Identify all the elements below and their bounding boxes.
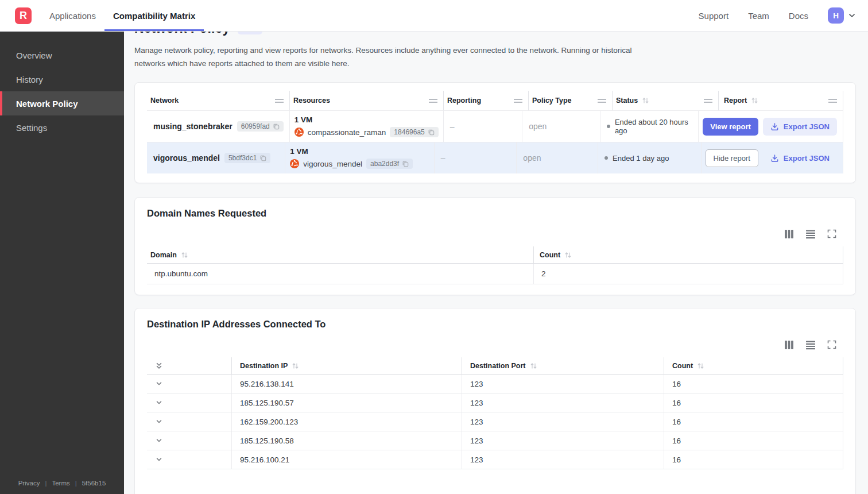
column-header-status[interactable]: Status	[613, 91, 719, 110]
network-row[interactable]: musing_stonebraker 60959fad 1 VM compass…	[147, 110, 843, 142]
vm-count: 1 VM	[294, 115, 313, 124]
destination-row[interactable]: 162.159.200.123 123 16	[147, 412, 843, 431]
row-expander[interactable]	[147, 412, 232, 431]
network-id-pill[interactable]: 60959fad	[237, 121, 284, 132]
view-report-button[interactable]: View report	[703, 118, 758, 136]
column-resize-handle-icon[interactable]	[598, 99, 606, 103]
sort-icon[interactable]	[530, 362, 537, 369]
link-docs[interactable]: Docs	[789, 11, 808, 21]
column-header-policy-type[interactable]: Policy Type	[529, 91, 613, 110]
resource-id-pill[interactable]: 184696a5	[390, 127, 438, 137]
sort-icon[interactable]	[642, 97, 649, 104]
export-label: Export JSON	[784, 154, 830, 163]
topbar: R Applications Compatibility Matrix Supp…	[0, 0, 868, 32]
page-description: Manage network policy, reporting and vie…	[134, 44, 640, 70]
networks-table-card: Network Resources Reporting Policy Type …	[134, 82, 856, 183]
destination-row[interactable]: 95.216.100.21 123 16	[147, 450, 843, 469]
link-support[interactable]: Support	[699, 11, 729, 21]
destination-row[interactable]: 95.216.138.141 123 16	[147, 375, 843, 393]
column-header-destination-ip[interactable]: Destination IP	[232, 357, 462, 374]
report-cell: Hide report Export JSON	[702, 142, 844, 173]
row-expander[interactable]	[147, 431, 232, 450]
expand-all-icon	[155, 362, 163, 370]
policy-type-cell: open	[517, 142, 598, 173]
app-logo[interactable]: R	[15, 7, 32, 24]
privacy-link[interactable]: Privacy	[18, 480, 40, 487]
terms-link[interactable]: Terms	[52, 480, 69, 487]
status-text: Ended 1 day ago	[613, 154, 669, 163]
row-expander[interactable]	[147, 450, 232, 469]
domain-names-card: Domain Names Requested Domain	[134, 197, 856, 295]
expand-all-header[interactable]	[147, 357, 232, 374]
tab-applications[interactable]: Applications	[41, 0, 104, 31]
column-resize-handle-icon[interactable]	[275, 99, 284, 103]
sidebar-item-settings[interactable]: Settings	[0, 115, 124, 140]
columns-view-icon[interactable]	[784, 340, 794, 350]
count-cell: 16	[664, 431, 843, 450]
column-header-reporting[interactable]: Reporting	[444, 91, 529, 110]
fullscreen-icon[interactable]	[827, 229, 836, 238]
column-resize-handle-icon[interactable]	[514, 99, 522, 103]
row-expander[interactable]	[147, 375, 232, 393]
export-json-button[interactable]: Export JSON	[763, 118, 837, 136]
destination-ips-card: Destination IP Addresses Connected To De…	[134, 308, 856, 494]
sort-icon[interactable]	[564, 252, 572, 258]
sidebar-footer: Privacy | Terms | 5f56b15	[0, 480, 124, 494]
column-label: Count	[540, 251, 560, 259]
policy-type-cell: open	[522, 111, 600, 142]
network-id-pill[interactable]: 5bdf3dc1	[224, 153, 270, 163]
column-header-count[interactable]: Count	[664, 357, 843, 374]
status-cell: Ended about 20 hours ago	[600, 111, 699, 142]
columns-view-icon[interactable]	[784, 229, 794, 239]
destination-row[interactable]: 185.125.190.58 123 16	[147, 431, 843, 450]
column-header-domain[interactable]: Domain	[147, 246, 534, 263]
resource-id: aba2dd3f	[370, 160, 399, 168]
column-header-count[interactable]: Count	[534, 246, 843, 263]
sort-icon[interactable]	[697, 362, 704, 369]
column-label: Status	[616, 97, 638, 105]
network-row[interactable]: vigorous_mendel 5bdf3dc1 1 VM vigorous_m…	[147, 142, 843, 173]
destination-ip-cell: 185.125.190.57	[232, 393, 462, 412]
column-header-destination-port[interactable]: Destination Port	[462, 357, 664, 374]
column-resize-handle-icon[interactable]	[828, 99, 837, 103]
sort-icon[interactable]	[181, 252, 188, 258]
build-hash: 5f56b15	[82, 480, 106, 487]
chevron-down-icon	[155, 437, 163, 445]
rows-view-icon[interactable]	[805, 229, 816, 239]
fullscreen-icon[interactable]	[827, 340, 836, 349]
column-header-network[interactable]: Network	[147, 91, 290, 110]
rows-view-icon[interactable]	[805, 340, 816, 350]
chevron-down-icon	[155, 380, 163, 388]
column-resize-handle-icon[interactable]	[429, 99, 437, 103]
sidebar-item-overview[interactable]: Overview	[0, 43, 124, 67]
sidebar-item-network-policy[interactable]: Network Policy	[0, 91, 124, 115]
destination-row[interactable]: 185.125.190.57 123 16	[147, 393, 843, 412]
sort-icon[interactable]	[751, 97, 758, 104]
domain-row[interactable]: ntp.ubuntu.com 2	[147, 264, 843, 284]
user-menu[interactable]: H	[828, 7, 857, 24]
resources-cell: 1 VM vigorous_mendel aba2dd3f	[285, 142, 434, 173]
export-label: Export JSON	[784, 122, 830, 131]
copy-icon	[402, 160, 409, 167]
main-content: Network Policy Beta Manage network polic…	[124, 0, 868, 494]
networks-table-header: Network Resources Reporting Policy Type …	[147, 91, 843, 110]
column-header-resources[interactable]: Resources	[290, 91, 444, 110]
link-team[interactable]: Team	[748, 11, 769, 21]
sort-icon[interactable]	[292, 362, 299, 369]
row-expander[interactable]	[147, 393, 232, 412]
column-label: Count	[672, 362, 693, 370]
sidebar-item-history[interactable]: History	[0, 67, 124, 91]
column-resize-handle-icon[interactable]	[704, 99, 712, 103]
download-icon	[770, 122, 779, 131]
column-label: Network	[150, 97, 179, 105]
column-header-report[interactable]: Report	[719, 91, 843, 110]
chevron-down-icon[interactable]	[847, 11, 857, 20]
resource-id-pill[interactable]: aba2dd3f	[366, 159, 413, 169]
destination-port-cell: 123	[462, 375, 664, 393]
hide-report-button[interactable]: Hide report	[706, 149, 758, 167]
column-label: Report	[724, 97, 747, 105]
avatar[interactable]: H	[828, 7, 844, 24]
export-json-button[interactable]: Export JSON	[763, 149, 837, 167]
tab-compatibility-matrix[interactable]: Compatibility Matrix	[104, 0, 204, 31]
resource-name: vigorous_mendel	[303, 160, 362, 168]
